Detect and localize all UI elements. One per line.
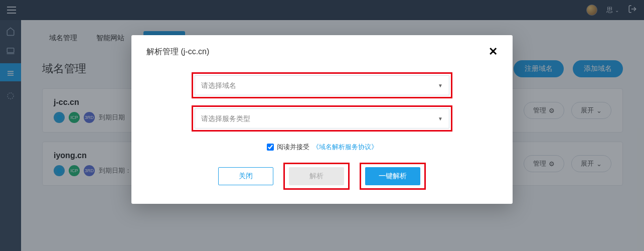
resolve-button-highlight: 解析 — [283, 163, 350, 190]
agreement-link[interactable]: 《域名解析服务协议》 — [312, 143, 378, 152]
modal-title: 解析管理 (j-cc.cn) — [146, 47, 209, 57]
service-select-highlight: 请选择服务类型 ▼ — [192, 105, 452, 132]
resolve-modal: 解析管理 (j-cc.cn) ✕ 请选择域名 ▼ 请选择服务类型 ▼ 阅读并接受… — [131, 35, 513, 204]
domain-select[interactable]: 请选择域名 — [195, 75, 449, 95]
service-type-select[interactable]: 请选择服务类型 — [195, 108, 449, 129]
resolve-button: 解析 — [289, 167, 344, 185]
onekey-button-highlight: 一键解析 — [360, 163, 426, 190]
modal-overlay: 解析管理 (j-cc.cn) ✕ 请选择域名 ▼ 请选择服务类型 ▼ 阅读并接受… — [0, 0, 644, 251]
domain-select-highlight: 请选择域名 ▼ — [192, 72, 452, 98]
agree-checkbox[interactable] — [267, 144, 274, 151]
onekey-resolve-button[interactable]: 一键解析 — [365, 167, 420, 185]
close-button[interactable]: 关闭 — [218, 167, 273, 185]
close-icon[interactable]: ✕ — [489, 46, 498, 57]
agree-label: 阅读并接受 — [277, 143, 309, 152]
